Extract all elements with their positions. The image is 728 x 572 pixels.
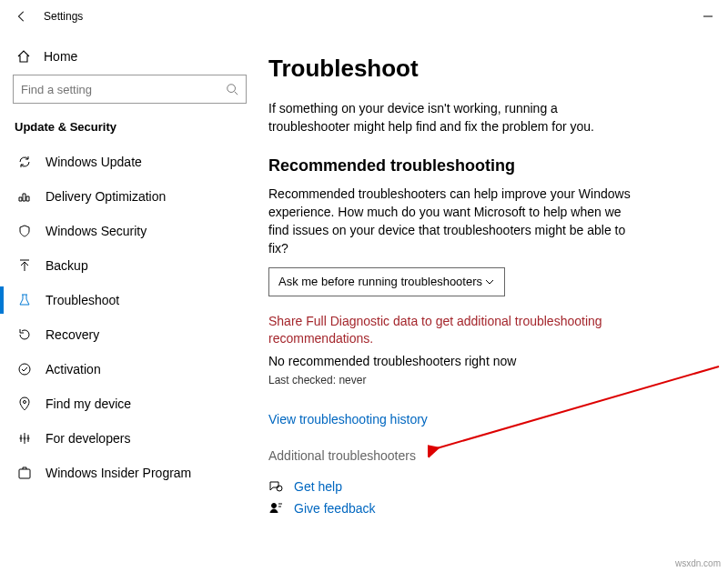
troubleshoot-icon <box>16 292 33 308</box>
shield-icon <box>16 223 33 239</box>
troubleshoot-preference-dropdown[interactable]: Ask me before running troubleshooters <box>268 267 505 296</box>
last-checked-text: Last checked: never <box>268 374 701 386</box>
page-title: Troubleshoot <box>268 55 701 83</box>
window-title: Settings <box>44 10 83 23</box>
search-box[interactable] <box>13 75 247 104</box>
get-help-link[interactable]: Get help <box>294 479 342 494</box>
location-icon <box>16 396 33 412</box>
additional-troubleshooters-link[interactable]: Additional troubleshooters <box>268 448 701 463</box>
feedback-icon <box>268 501 283 516</box>
sidebar-item-recovery[interactable]: Recovery <box>13 317 247 352</box>
give-feedback-link[interactable]: Give feedback <box>294 501 376 516</box>
sidebar-item-activation[interactable]: Activation <box>13 352 247 386</box>
insider-icon <box>16 465 33 481</box>
svg-point-3 <box>19 364 30 375</box>
svg-point-6 <box>24 437 25 439</box>
chat-icon <box>268 479 283 494</box>
chevron-down-icon <box>484 276 495 287</box>
sidebar-item-delivery-optimization[interactable]: Delivery Optimization <box>13 179 247 214</box>
backup-icon <box>16 257 33 274</box>
sidebar-item-windows-update[interactable]: Windows Update <box>13 145 247 179</box>
sync-icon <box>16 154 33 170</box>
svg-point-4 <box>24 401 26 404</box>
layout: Home Update & Security Windows Update De… <box>0 33 728 572</box>
arrow-left-icon <box>15 10 28 23</box>
sidebar-item-label: Windows Update <box>46 155 142 169</box>
feedback-row: Give feedback <box>268 501 701 516</box>
titlebar: Settings <box>0 0 728 33</box>
home-button[interactable]: Home <box>13 42 247 75</box>
recommended-heading: Recommended troubleshooting <box>268 156 701 176</box>
intro-text: If something on your device isn't workin… <box>268 99 642 136</box>
svg-point-7 <box>27 437 29 439</box>
sidebar-item-troubleshoot[interactable]: Troubleshoot <box>13 283 247 317</box>
sidebar: Home Update & Security Windows Update De… <box>0 33 250 572</box>
sidebar-item-label: Recovery <box>46 327 99 342</box>
sidebar-item-label: Find my device <box>46 396 131 411</box>
sidebar-item-label: Activation <box>46 362 101 376</box>
optimization-icon <box>16 188 33 205</box>
back-button[interactable] <box>9 4 35 29</box>
sidebar-item-find-my-device[interactable]: Find my device <box>13 386 247 421</box>
svg-line-2 <box>235 92 238 95</box>
sidebar-item-for-developers[interactable]: For developers <box>13 421 247 456</box>
sidebar-item-insider-program[interactable]: Windows Insider Program <box>13 456 247 490</box>
watermark: wsxdn.com <box>675 558 721 568</box>
window-controls <box>687 3 728 30</box>
activation-icon <box>16 361 33 377</box>
section-title: Update & Security <box>15 120 247 134</box>
diagnostic-warning: Share Full Diagnostic data to get additi… <box>268 313 642 348</box>
no-recommended-text: No recommended troubleshooters right now <box>268 354 701 368</box>
svg-point-9 <box>277 486 282 491</box>
recovery-icon <box>16 326 33 343</box>
sidebar-item-label: Troubleshoot <box>46 293 119 307</box>
minimize-icon <box>703 12 713 21</box>
main-content: Troubleshoot If something on your device… <box>250 33 728 572</box>
svg-point-1 <box>228 85 236 93</box>
sidebar-item-label: For developers <box>46 431 130 446</box>
svg-point-10 <box>272 503 277 507</box>
sidebar-item-label: Windows Security <box>46 224 147 238</box>
sidebar-item-label: Windows Insider Program <box>46 466 191 480</box>
view-history-link[interactable]: View troubleshooting history <box>268 412 701 426</box>
search-input[interactable] <box>21 83 226 96</box>
sidebar-item-backup[interactable]: Backup <box>13 248 247 283</box>
minimize-button[interactable] <box>687 3 728 30</box>
home-label: Home <box>44 49 77 64</box>
svg-rect-8 <box>19 469 30 478</box>
sidebar-item-windows-security[interactable]: Windows Security <box>13 214 247 248</box>
sidebar-item-label: Delivery Optimization <box>46 189 166 204</box>
home-icon <box>16 49 31 64</box>
svg-point-5 <box>20 437 22 439</box>
sidebar-item-label: Backup <box>46 258 88 273</box>
developers-icon <box>16 430 33 447</box>
get-help-row: Get help <box>268 479 701 494</box>
search-icon <box>226 83 238 95</box>
recommended-body: Recommended troubleshooters can help imp… <box>268 185 642 258</box>
dropdown-value: Ask me before running troubleshooters <box>278 275 482 288</box>
